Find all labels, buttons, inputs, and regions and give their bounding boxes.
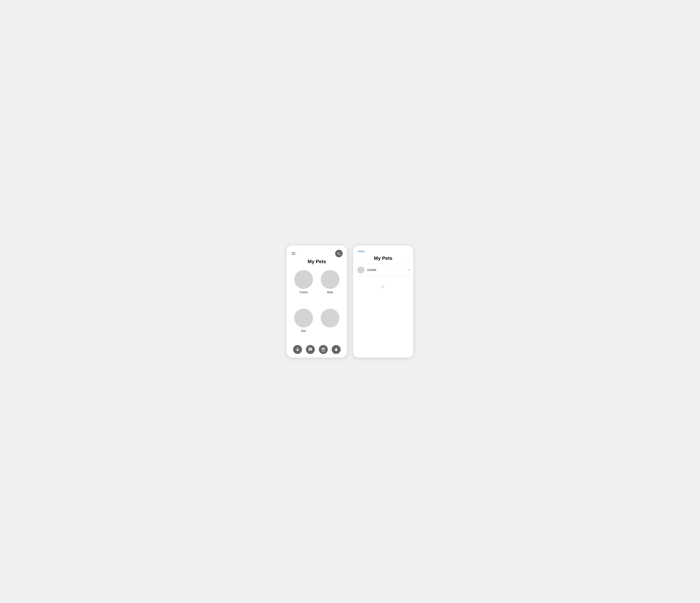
pet-name-charlie: Charlie xyxy=(299,291,308,294)
chevron-right-icon: › xyxy=(408,268,409,272)
pet-list: Charlie › xyxy=(357,264,409,276)
nav-pets-button[interactable] xyxy=(293,345,302,354)
menu-button[interactable] xyxy=(291,252,296,255)
back-chevron-icon: ‹ xyxy=(357,250,358,253)
back-label: Back xyxy=(359,250,365,253)
page-title: My Pets xyxy=(291,259,343,264)
pet-list-item-charlie[interactable]: Charlie › xyxy=(357,264,409,276)
left-phone: My Pets Charlie Bella Max xyxy=(286,245,347,358)
nav-notifications-button[interactable] xyxy=(332,345,341,354)
nav-messages-button[interactable] xyxy=(306,345,315,354)
pet-name-bella: Bella xyxy=(327,291,333,294)
add-icon: + xyxy=(381,283,385,290)
add-pet-button[interactable]: + xyxy=(357,276,409,297)
pet-name-max: Max xyxy=(301,329,306,332)
bottom-nav xyxy=(291,343,343,355)
pet-avatar-empty xyxy=(321,309,340,327)
pet-item-bella[interactable]: Bella xyxy=(318,267,343,304)
pets-grid: Charlie Bella Max xyxy=(291,267,343,343)
pet-item-empty xyxy=(318,306,343,343)
pet-item-charlie[interactable]: Charlie xyxy=(291,267,316,304)
pet-avatar-bella xyxy=(321,270,340,289)
pet-avatar-max xyxy=(294,309,313,327)
back-button[interactable]: ‹ Back xyxy=(357,250,409,253)
pet-list-avatar-charlie xyxy=(357,266,365,274)
pet-item-max[interactable]: Max xyxy=(291,306,316,343)
nav-calendar-button[interactable] xyxy=(319,345,328,354)
right-page-title: My Pets xyxy=(357,255,409,261)
header-row xyxy=(291,250,343,257)
pet-list-name-charlie: Charlie xyxy=(367,268,408,272)
right-phone: ‹ Back My Pets Charlie › + xyxy=(353,245,414,358)
call-button[interactable] xyxy=(335,250,343,257)
pet-avatar-charlie xyxy=(294,270,313,289)
